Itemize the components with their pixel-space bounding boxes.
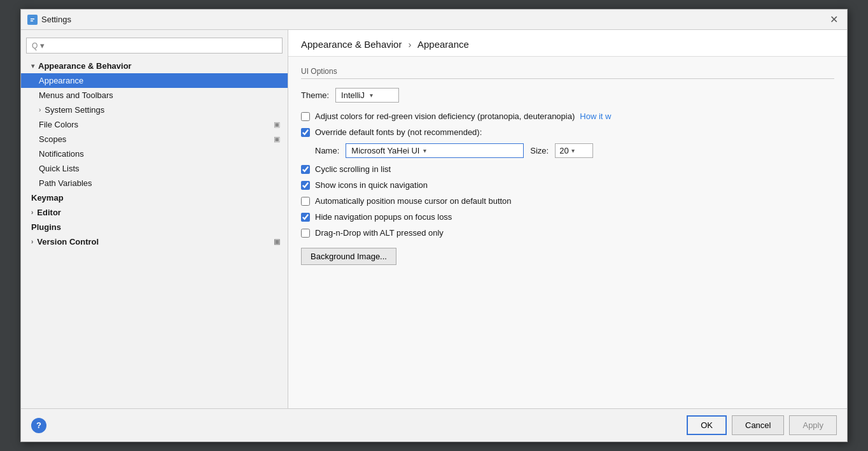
sidebar-item-label: Path Variables <box>39 178 92 188</box>
font-size-select[interactable]: 20 ▾ <box>555 143 593 158</box>
show-icons-label[interactable]: Show icons in quick navigation <box>315 180 428 190</box>
chevron-right-icon: › <box>31 209 33 216</box>
adjust-colors-label[interactable]: Adjust colors for red-green vision defic… <box>315 111 575 121</box>
ok-button[interactable]: OK <box>687 415 727 435</box>
font-dropdown-arrow-icon: ▾ <box>423 147 426 154</box>
checkbox-row-auto-mouse: Automatically position mouse cursor on d… <box>301 196 834 206</box>
sidebar-item-label: Quick Lists <box>39 164 80 173</box>
font-name-size-row: Name: Microsoft YaHei UI ▾ Size: 20 ▾ <box>315 143 834 158</box>
sidebar-item-label: Keymap <box>31 193 64 203</box>
sidebar-item-keymap[interactable]: Keymap <box>21 190 288 205</box>
font-name-select[interactable]: Microsoft YaHei UI ▾ <box>346 143 524 158</box>
show-icons-checkbox[interactable] <box>301 181 310 190</box>
sidebar-item-label: Notifications <box>39 149 84 159</box>
background-image-button[interactable]: Background Image... <box>301 248 396 265</box>
sidebar-item-label: System Settings <box>45 105 104 115</box>
chevron-right-icon: › <box>39 106 41 113</box>
sidebar-item-label: File Colors <box>39 120 78 129</box>
chevron-down-icon: ▾ <box>31 62 34 69</box>
dialog-footer: ? OK Cancel Apply <box>21 408 847 441</box>
checkbox-row-drag-drop: Drag-n-Drop with ALT pressed only <box>301 228 834 238</box>
settings-dialog: Settings ✕ Q ▾ Appearance & Behavior App… <box>20 9 848 442</box>
sidebar-item-label: Appearance & Behavior <box>38 61 132 71</box>
sidebar-item-file-colors[interactable]: File Colors ▣ <box>21 117 288 132</box>
svg-rect-1 <box>31 18 34 20</box>
how-it-works-link[interactable]: How it w <box>580 111 611 121</box>
auto-mouse-checkbox[interactable] <box>301 197 310 206</box>
font-name-value: Microsoft YaHei UI <box>351 146 419 155</box>
sidebar-item-label: Appearance <box>39 76 83 85</box>
hide-nav-popups-label[interactable]: Hide navigation popups on focus loss <box>315 212 452 222</box>
cyclic-scrolling-checkbox[interactable] <box>301 165 310 174</box>
section-title: UI Options <box>301 67 834 79</box>
sidebar-item-label: Version Control <box>37 237 99 247</box>
footer-left: ? <box>31 418 46 433</box>
theme-value: IntelliJ <box>341 90 365 100</box>
apply-button[interactable]: Apply <box>789 415 837 435</box>
sidebar-item-menus-toolbars[interactable]: Menus and Toolbars <box>21 88 288 103</box>
sidebar-item-quick-lists[interactable]: Quick Lists <box>21 161 288 176</box>
sidebar-item-appearance[interactable]: Appearance <box>21 73 288 88</box>
sidebar-item-label: Scopes <box>39 134 66 144</box>
sidebar-item-notifications[interactable]: Notifications <box>21 147 288 161</box>
main-content: Q ▾ Appearance & Behavior Appearance Men… <box>21 30 847 408</box>
close-button[interactable]: ✕ <box>827 13 841 25</box>
sidebar-item-system-settings[interactable]: › System Settings <box>21 103 288 117</box>
drag-drop-checkbox[interactable] <box>301 229 310 238</box>
breadcrumb-parent[interactable]: Appearance & Behavior <box>301 39 402 50</box>
search-input[interactable] <box>40 41 277 50</box>
sidebar-item-label: Plugins <box>31 222 61 232</box>
sidebar-item-version-control[interactable]: › Version Control ▣ <box>21 234 288 249</box>
vcs-icon: ▣ <box>274 238 280 246</box>
chevron-right-icon: › <box>31 238 33 245</box>
sidebar-item-label: Editor <box>37 208 61 217</box>
font-size-label: Size: <box>530 146 549 155</box>
font-size-value: 20 <box>559 146 568 155</box>
footer-right: OK Cancel Apply <box>687 415 837 435</box>
adjust-colors-checkbox[interactable] <box>301 112 310 121</box>
panel-body: UI Options Theme: IntelliJ ▾ Adjust colo… <box>288 57 847 408</box>
cancel-button[interactable]: Cancel <box>732 415 784 435</box>
checkbox-row-hide-nav-popups: Hide navigation popups on focus loss <box>301 212 834 222</box>
search-icon: Q <box>32 41 38 50</box>
sidebar-item-path-variables[interactable]: Path Variables <box>21 176 288 190</box>
right-panel: Appearance & Behavior › Appearance UI Op… <box>288 30 847 408</box>
sidebar-item-label: Menus and Toolbars <box>39 90 113 100</box>
sidebar-item-plugins[interactable]: Plugins <box>21 220 288 234</box>
breadcrumb: Appearance & Behavior › Appearance <box>288 30 847 57</box>
app-icon <box>27 15 38 25</box>
sidebar-item-editor[interactable]: › Editor <box>21 205 288 220</box>
sidebar-item-scopes[interactable]: Scopes ▣ <box>21 132 288 147</box>
file-icon: ▣ <box>274 120 280 129</box>
svg-rect-0 <box>29 17 36 23</box>
svg-rect-2 <box>31 20 33 22</box>
checkbox-row-show-icons: Show icons in quick navigation <box>301 180 834 190</box>
breadcrumb-current: Appearance <box>417 39 469 50</box>
checkbox-row-cyclic-scrolling: Cyclic scrolling in list <box>301 164 834 174</box>
override-fonts-label[interactable]: Override default fonts by (not recommend… <box>315 127 482 137</box>
override-fonts-checkbox[interactable] <box>301 128 310 137</box>
font-name-label: Name: <box>315 146 339 155</box>
help-button[interactable]: ? <box>31 418 46 433</box>
title-bar-left: Settings <box>27 15 71 25</box>
title-bar: Settings ✕ <box>21 10 847 30</box>
dialog-title: Settings <box>41 15 71 24</box>
scope-icon: ▣ <box>274 135 280 143</box>
checkbox-row-override-fonts: Override default fonts by (not recommend… <box>301 127 834 137</box>
theme-select[interactable]: IntelliJ ▾ <box>335 88 399 103</box>
drag-drop-label[interactable]: Drag-n-Drop with ALT pressed only <box>315 228 444 238</box>
auto-mouse-label[interactable]: Automatically position mouse cursor on d… <box>315 196 512 206</box>
theme-label: Theme: <box>301 90 329 100</box>
dropdown-arrow-icon: ▾ <box>370 92 373 99</box>
hide-nav-popups-checkbox[interactable] <box>301 213 310 222</box>
breadcrumb-separator: › <box>409 39 412 50</box>
checkbox-row-adjust-colors: Adjust colors for red-green vision defic… <box>301 111 834 121</box>
search-box[interactable]: Q <box>26 38 283 54</box>
theme-row: Theme: IntelliJ ▾ <box>301 88 834 103</box>
sidebar-item-appearance-behavior[interactable]: ▾ Appearance & Behavior <box>21 59 288 73</box>
size-dropdown-arrow-icon: ▾ <box>571 147 575 154</box>
cyclic-scrolling-label[interactable]: Cyclic scrolling in list <box>315 164 391 174</box>
sidebar: Q ▾ Appearance & Behavior Appearance Men… <box>21 30 288 408</box>
